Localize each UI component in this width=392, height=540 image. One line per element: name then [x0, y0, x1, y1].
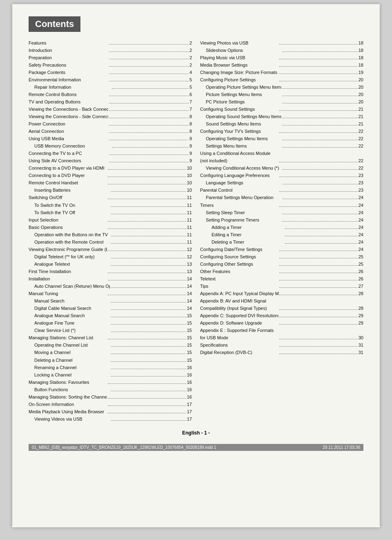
toc-label: Manual Tuning	[29, 290, 107, 297]
toc-label: Specifications	[200, 342, 278, 349]
toc-label: Features	[29, 40, 108, 47]
toc-page: 31	[359, 349, 363, 356]
list-item: Picture Settings Menu Items20	[200, 91, 363, 98]
list-item: Environmental Information5	[29, 76, 192, 83]
list-item: Features2	[29, 39, 192, 47]
toc-label: Using USB Media	[29, 135, 108, 142]
list-item: Manual Tuning14	[29, 290, 192, 298]
list-item: Setting Sleep Timer24	[200, 209, 363, 216]
toc-page: 2	[189, 40, 192, 47]
toc-dots	[279, 346, 358, 347]
toc-label: Appendix E : Supported File Formats	[200, 327, 363, 334]
list-item: Manual Search14	[29, 298, 192, 305]
toc-dots	[109, 59, 189, 59]
list-item: Media Browser Settings18	[200, 61, 363, 69]
toc-label: Compatibility (Input Signal Types)	[200, 305, 278, 312]
toc-label: Language Settings	[206, 179, 281, 186]
toc-label: Parental Settings Menu Operation	[206, 194, 281, 201]
list-item: Connecting to a DVD Player via HDMI10	[29, 165, 192, 172]
list-item: Introduction2	[29, 47, 192, 54]
toc-page: 24	[359, 217, 363, 224]
toc-dots	[108, 398, 186, 399]
toc-label: Sound Settings Menu Items	[206, 121, 281, 128]
toc-page: 21	[359, 121, 363, 128]
list-item: Package Contents4	[29, 69, 192, 76]
toc-dots	[112, 88, 189, 89]
toc-page: 11	[187, 224, 192, 231]
list-item: Preparation2	[29, 54, 192, 61]
list-item: Operating Sound Settings Menu Items21	[200, 113, 363, 120]
toc-dots	[282, 96, 358, 96]
list-item: Configuring Language Preferences23	[200, 172, 363, 179]
toc-dots	[282, 214, 358, 214]
toc-label: Inserting Batteries	[34, 187, 110, 194]
toc-page: 22	[359, 143, 363, 150]
toc-dots	[282, 221, 358, 222]
toc-page: 19	[359, 69, 363, 76]
toc-dots	[279, 191, 358, 192]
toc-page: 9	[189, 135, 192, 142]
list-item: Switching On/Off11	[29, 194, 192, 202]
list-item: Aerial Connection8	[29, 128, 192, 135]
toc-label: Preparation	[29, 54, 108, 61]
toc-dots	[279, 132, 358, 133]
toc-page: 25	[359, 253, 363, 260]
toc-page: 5	[189, 84, 192, 91]
list-item: Input Selection11	[29, 216, 192, 224]
toc-dots	[111, 214, 186, 214]
toc-page: 26	[359, 268, 363, 275]
list-item: Parental Control23	[200, 187, 363, 194]
toc-label: Operation with the Remote Control	[34, 239, 110, 246]
toc-dots	[279, 324, 358, 325]
toc-label: Appendix C: Supported DVI Resolutions	[200, 312, 278, 319]
toc-dots	[279, 44, 358, 45]
toc-dots	[279, 66, 358, 67]
toc-label: Viewing Conditional Access Menu (*)	[206, 165, 281, 172]
left-column: Features2Introduction2Preparation2Safety…	[29, 39, 192, 423]
toc-dots	[108, 251, 186, 251]
bottom-label: English - 1 -	[29, 430, 363, 436]
list-item: Parental Settings Menu Operation24	[200, 194, 363, 202]
toc-dots	[111, 361, 186, 362]
toc-dots	[108, 295, 186, 295]
list-item: Appendix E : Supported File Formats	[200, 327, 363, 334]
toc-page: 14	[187, 305, 192, 312]
toc-dots	[111, 369, 186, 369]
toc-page: 24	[359, 209, 363, 216]
toc-label: Slideshow Options	[206, 47, 281, 54]
toc-label: Aerial Connection	[29, 128, 108, 135]
toc-page: 27	[359, 283, 363, 290]
toc-label: Configuring Your TV's Settings	[200, 128, 278, 135]
toc-dots	[108, 273, 186, 273]
toc-page: 11	[187, 239, 192, 246]
toc-label: On-Screen Information	[29, 401, 107, 408]
list-item: Remote Control Handset10	[29, 179, 192, 187]
list-item: Setting Programme Timers24	[200, 216, 363, 224]
toc-dots	[279, 295, 358, 295]
toc-page: 11	[187, 194, 192, 201]
toc-page: 24	[359, 194, 363, 201]
toc-label: Setting Sleep Timer	[206, 209, 281, 216]
toc-label: Renaming a Channel	[34, 364, 110, 371]
toc-page: 12	[187, 246, 192, 253]
toc-dots	[279, 258, 358, 258]
toc-page: 30	[359, 334, 363, 341]
toc-label: Viewing Electronic Programme Guide (EPG)	[29, 246, 107, 253]
toc-page: 24	[359, 202, 363, 209]
toc-page: 11	[187, 202, 192, 209]
toc-label: Appendix B: AV and HDMI Signal	[200, 298, 363, 305]
toc-dots	[108, 383, 186, 384]
toc-page: 23	[359, 179, 363, 186]
toc-dots	[282, 118, 358, 118]
toc-label: Safety Precautions	[29, 62, 108, 69]
toc-label: Environmental Information	[29, 76, 108, 83]
toc-label: Deleting a Timer	[212, 239, 284, 246]
list-item: USB Memory Connection9	[29, 143, 192, 150]
toc-dots	[108, 184, 186, 184]
list-item: Remote Control Buttons6	[29, 91, 192, 98]
toc-dots	[111, 287, 186, 288]
toc-dots	[109, 140, 189, 140]
toc-dots	[285, 236, 358, 236]
toc-label: Connecting to a DVD Player	[29, 172, 107, 179]
toc-label: (not included)	[200, 157, 278, 164]
